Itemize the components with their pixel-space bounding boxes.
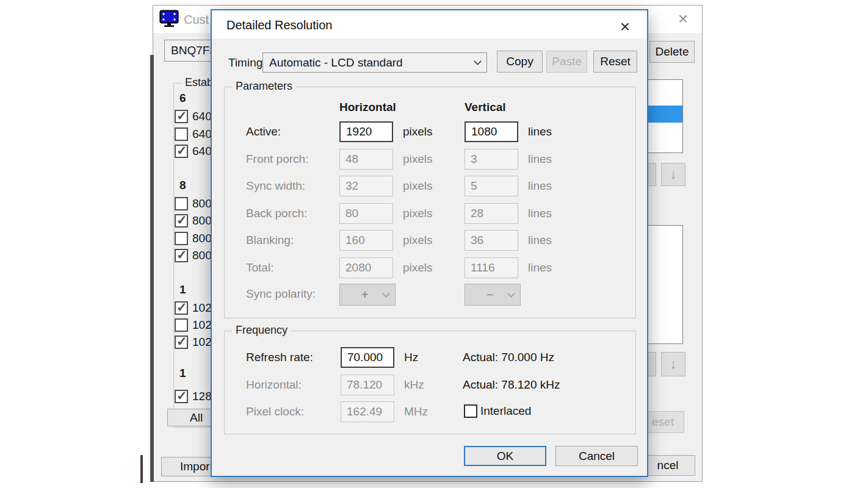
horizontal-column-header: Horizontal [339,101,396,114]
frequency-group: Frequency Refresh rate: Hz Actual: 70.00… [224,331,636,434]
freq-row-refresh-rate: Refresh rate: Hz Actual: 70.000 Hz [225,347,635,369]
background-close-button[interactable]: × [669,8,697,30]
param-label: Total: [246,257,273,278]
resolution-row[interactable]: 640 [175,110,212,123]
paste-button-label: Paste [552,55,582,68]
checkbox-icon[interactable] [175,214,188,228]
active-vertical-input[interactable] [465,121,518,142]
back-porch-vertical-input [465,203,518,224]
param-label: Active: [246,121,281,142]
resolution-row[interactable]: 640 [175,127,212,141]
checkbox-icon[interactable] [175,110,188,123]
checkbox-icon[interactable] [175,232,188,245]
sync-polarity-horizontal-value: + [346,288,383,302]
front-porch-horizontal-input [339,149,393,170]
resolution-label: 800 [192,197,212,210]
unit-hz: Hz [404,347,418,368]
sync-width-vertical-input [465,176,518,196]
resolution-row[interactable]: 800 [175,249,212,262]
resolution-label: 128 [192,390,212,403]
checkbox-icon[interactable] [175,249,188,262]
resolution-label: 640 [192,127,212,141]
parameters-group: Parameters Horizontal Vertical Active: p… [224,87,636,318]
move-down-button-2: ↓ [661,352,685,376]
resolution-label: 800 [192,214,212,228]
resolution-row[interactable]: 800 [175,214,212,228]
sync-polarity-horizontal-dropdown: + [339,284,396,306]
refresh-rate-input[interactable] [341,347,394,368]
actual-refresh-rate: Actual: 70.000 Hz [463,347,554,368]
background-cancel-button[interactable]: ncel [640,455,695,476]
resolution-row[interactable]: 102 [175,318,212,332]
interlaced-label: Interlaced [480,404,531,418]
dialog-close-button[interactable]: × [612,16,638,37]
ok-button[interactable]: OK [464,446,546,466]
param-label: Blanking: [246,230,294,251]
resolution-row[interactable]: 102 [175,301,212,315]
interlaced-checkbox-icon[interactable] [464,404,477,418]
unit-pixels: pixels [403,121,433,142]
photo-edge-mark [140,455,143,483]
checkbox-icon[interactable] [175,336,188,349]
param-label: Sync width: [246,176,305,196]
copy-button[interactable]: Copy [497,51,543,73]
frequency-legend: Frequency [232,324,291,337]
resolution-row[interactable]: 800 [175,197,212,210]
resolution-label: 640 [192,110,212,123]
vertical-column-header: Vertical [465,101,506,114]
resolution-section-header: 8 [179,179,186,192]
background-window-title: Cust [184,13,209,27]
reset-button[interactable]: Reset [593,51,637,73]
param-row-blanking: Blanking: pixels lines [225,230,635,252]
timing-label: Timing: [228,52,266,73]
resolution-row[interactable]: 640 [175,145,212,158]
resolution-label: 800 [192,249,212,262]
timing-dropdown[interactable]: Automatic - LCD standard [262,52,487,73]
blanking-horizontal-input [339,230,393,251]
screenshot-canvas: Cust × BNQ7F3 Delete Establ 6 640 640 64… [0,0,868,488]
unit-mhz: MHz [404,401,428,422]
checkbox-icon[interactable] [175,127,188,141]
resolution-section-header: 6 [179,92,186,105]
active-horizontal-input[interactable] [339,121,393,142]
checkbox-icon[interactable] [175,390,188,403]
interlaced-checkbox-row[interactable]: Interlaced [464,404,531,418]
ok-button-label: OK [497,450,513,463]
checkbox-icon[interactable] [175,145,188,158]
unit-lines: lines [528,149,552,170]
resolution-section-header: 1 [179,367,186,380]
param-row-sync-polarity: Sync polarity: + − [225,284,635,307]
resolution-label: 102 [192,318,212,332]
close-icon: × [678,10,688,27]
checkbox-icon[interactable] [175,197,188,210]
unit-pixels: pixels [403,176,433,196]
close-icon: × [620,18,630,35]
total-horizontal-input [339,257,393,278]
chevron-down-icon [474,57,482,65]
chevron-down-icon [507,290,515,298]
sync-width-horizontal-input [339,176,393,196]
background-cancel-label: ncel [657,459,679,472]
resolution-row[interactable]: 800 [175,232,212,245]
checkbox-icon[interactable] [175,318,188,332]
delete-button[interactable]: Delete [649,41,695,63]
unit-pixels: pixels [403,149,433,170]
freq-row-pixel-clock: Pixel clock: MHz Interlaced [225,401,635,423]
chevron-down-icon [382,290,390,298]
blanking-vertical-input [465,230,518,251]
checkbox-icon[interactable] [175,301,188,315]
sync-polarity-vertical-value: − [471,288,508,302]
move-down-button: ↓ [661,163,685,186]
resolution-row[interactable]: 128 [175,390,212,403]
param-label: Front porch: [246,149,308,170]
resolution-label: 102 [192,301,212,315]
dialog-title: Detailed Resolution [226,18,332,32]
resolution-label: 102 [192,336,212,349]
cancel-button[interactable]: Cancel [555,446,638,466]
resolution-label: 640 [192,145,212,158]
detailed-resolution-dialog: Detailed Resolution × Timing: Automatic … [211,9,648,477]
reset-button-label: Reset [600,55,631,68]
monitor-icon [159,10,179,30]
unit-khz: kHz [404,375,424,395]
resolution-row[interactable]: 102 [175,336,212,349]
